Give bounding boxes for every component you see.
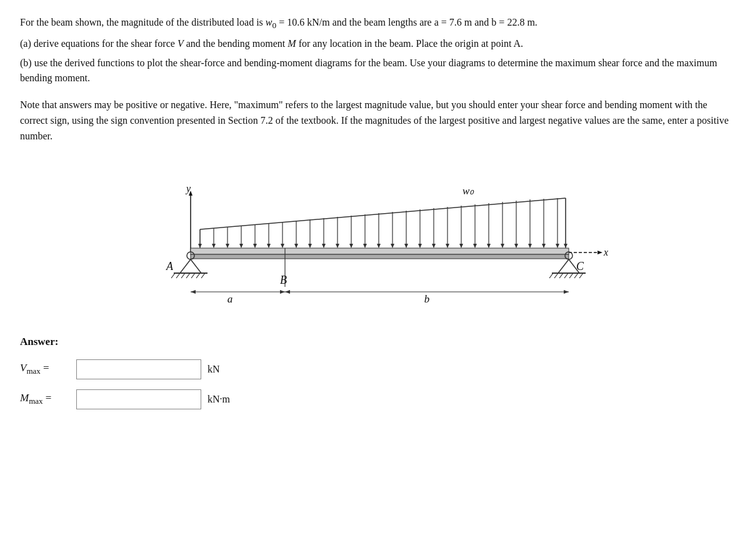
svg-marker-40 — [404, 244, 408, 248]
svg-marker-60 — [542, 244, 546, 248]
note-text: Note that answers may be positive or neg… — [20, 98, 730, 144]
answer-label: Answer: — [20, 336, 730, 348]
problem-line3: (b) use the derived functions to plot th… — [20, 56, 730, 87]
svg-line-71 — [186, 273, 190, 278]
svg-marker-90 — [285, 290, 290, 294]
svg-marker-20 — [267, 244, 271, 248]
c-label: C — [576, 260, 584, 272]
svg-marker-91 — [564, 290, 569, 294]
svg-marker-54 — [501, 244, 504, 248]
svg-marker-10 — [198, 244, 202, 248]
svg-marker-24 — [294, 244, 298, 248]
svg-marker-48 — [459, 244, 463, 248]
answer-section: Answer: Vmax = kN Mmax = kN·m — [20, 336, 730, 409]
svg-marker-14 — [226, 244, 229, 248]
svg-line-69 — [176, 273, 180, 278]
w0-label: w₀ — [462, 185, 474, 197]
svg-marker-62 — [556, 244, 559, 248]
svg-marker-32 — [349, 244, 353, 248]
svg-marker-42 — [418, 244, 422, 248]
svg-marker-18 — [253, 244, 257, 248]
svg-marker-66 — [180, 259, 201, 273]
svg-line-74 — [201, 273, 205, 278]
svg-marker-22 — [281, 244, 284, 248]
y-label: y — [185, 183, 191, 194]
a-label: A — [166, 260, 174, 272]
vmax-var: Vmax = — [20, 362, 76, 376]
mmax-row: Mmax = kN·m — [20, 389, 730, 409]
vmax-row: Vmax = kN — [20, 359, 730, 379]
dim-b-label: b — [424, 293, 430, 305]
svg-line-79 — [549, 273, 553, 278]
svg-marker-16 — [239, 244, 243, 248]
svg-marker-58 — [528, 244, 532, 248]
svg-rect-4 — [191, 248, 569, 254]
svg-marker-87 — [191, 290, 196, 294]
svg-line-81 — [559, 273, 563, 278]
svg-marker-34 — [363, 244, 367, 248]
x-label: x — [603, 247, 608, 258]
svg-marker-12 — [212, 244, 216, 248]
svg-line-70 — [181, 273, 185, 278]
svg-marker-3 — [598, 251, 602, 254]
svg-marker-56 — [514, 244, 518, 248]
b-label: B — [280, 274, 287, 286]
svg-marker-52 — [487, 244, 491, 248]
svg-line-73 — [196, 273, 200, 278]
svg-line-80 — [554, 273, 558, 278]
problem-text: For the beam shown, the magnitude of the… — [20, 15, 730, 86]
mmax-input[interactable] — [76, 389, 201, 409]
svg-line-82 — [564, 273, 568, 278]
svg-rect-5 — [191, 254, 569, 259]
problem-line2: (a) derive equations for the shear force… — [20, 36, 730, 52]
svg-line-84 — [574, 273, 578, 278]
svg-marker-50 — [473, 244, 477, 248]
dim-a-label: a — [228, 293, 233, 305]
beam-diagram: y x — [131, 156, 619, 318]
svg-line-85 — [579, 273, 583, 278]
svg-line-72 — [191, 273, 195, 278]
svg-marker-88 — [280, 290, 285, 294]
svg-marker-36 — [377, 244, 381, 248]
svg-marker-64 — [564, 244, 568, 248]
svg-marker-44 — [432, 244, 436, 248]
problem-line1: For the beam shown, the magnitude of the… — [20, 15, 730, 32]
mmax-sub: max — [29, 396, 42, 406]
svg-line-83 — [569, 273, 573, 278]
svg-line-68 — [171, 273, 175, 278]
svg-marker-46 — [446, 244, 449, 248]
mmax-unit: kN·m — [208, 394, 230, 405]
svg-marker-26 — [308, 244, 312, 248]
vmax-unit: kN — [208, 364, 220, 375]
vmax-input[interactable] — [76, 359, 201, 379]
svg-marker-30 — [336, 244, 339, 248]
svg-marker-38 — [391, 244, 394, 248]
svg-marker-28 — [322, 244, 326, 248]
note-line: Note that answers may be positive or neg… — [20, 98, 730, 144]
vmax-sub: max — [26, 366, 40, 376]
mmax-var: Mmax = — [20, 392, 76, 406]
